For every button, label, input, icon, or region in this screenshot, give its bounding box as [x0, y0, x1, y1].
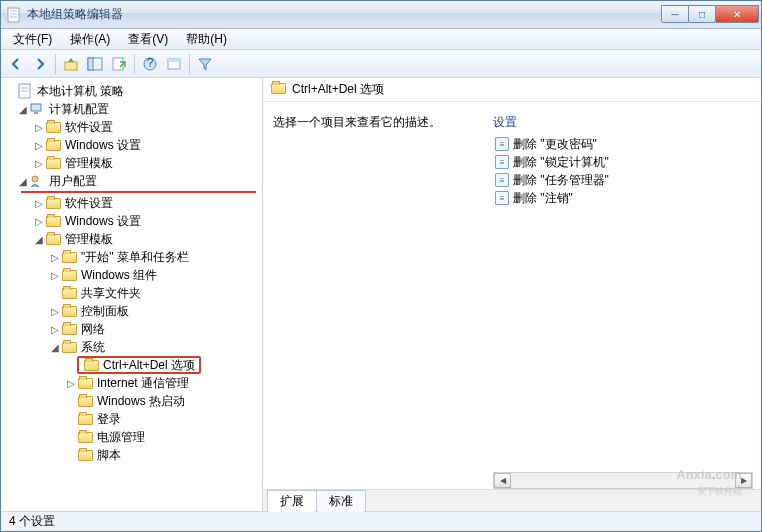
- expand-icon[interactable]: ▷: [65, 378, 77, 389]
- tree-item[interactable]: ▷Internet 通信管理: [1, 374, 262, 392]
- tree-label: 管理模板: [65, 155, 113, 172]
- policy-icon: [17, 84, 33, 98]
- svg-rect-4: [65, 62, 77, 70]
- folder-icon: [77, 412, 93, 426]
- toolbar: ?: [1, 50, 761, 78]
- annotation-highlight: Ctrl+Alt+Del 选项: [77, 356, 201, 374]
- folder-icon: [271, 83, 286, 97]
- close-button[interactable]: ✕: [715, 5, 759, 23]
- scroll-right-icon[interactable]: ▶: [735, 473, 752, 488]
- tree-user-config[interactable]: ◢ 用户配置: [1, 172, 262, 190]
- scroll-left-icon[interactable]: ◀: [494, 473, 511, 488]
- tree-label: 网络: [81, 321, 105, 338]
- setting-row[interactable]: ≡删除 "锁定计算机": [493, 153, 753, 171]
- tree-item[interactable]: ▷软件设置: [1, 194, 262, 212]
- setting-row[interactable]: ≡删除 "更改密码": [493, 135, 753, 153]
- tree-root[interactable]: 本地计算机 策略: [1, 82, 262, 100]
- maximize-button[interactable]: □: [688, 5, 716, 23]
- tree-item[interactable]: ▷"开始" 菜单和任务栏: [1, 248, 262, 266]
- tree-item[interactable]: ▷网络: [1, 320, 262, 338]
- expand-icon[interactable]: ▷: [33, 216, 45, 227]
- tree-system[interactable]: ◢系统: [1, 338, 262, 356]
- folder-icon: [61, 286, 77, 300]
- tree-item[interactable]: ▷Windows 设置: [1, 136, 262, 154]
- expand-icon[interactable]: ▷: [33, 122, 45, 133]
- svg-point-17: [32, 176, 38, 182]
- minimize-button[interactable]: ─: [661, 5, 689, 23]
- window-title: 本地组策略编辑器: [27, 6, 661, 23]
- menu-help[interactable]: 帮助(H): [178, 29, 235, 50]
- tree-item[interactable]: ▷管理模板: [1, 154, 262, 172]
- options-button[interactable]: [163, 53, 185, 75]
- folder-icon: [83, 358, 99, 372]
- horizontal-scrollbar[interactable]: ◀ ▶: [493, 472, 753, 489]
- expand-icon[interactable]: ▷: [49, 252, 61, 263]
- app-icon: [7, 7, 23, 23]
- tree-ctrl-alt-del[interactable]: Ctrl+Alt+Del 选项: [1, 356, 262, 374]
- setting-row[interactable]: ≡删除 "任务管理器": [493, 171, 753, 189]
- svg-rect-15: [31, 104, 41, 111]
- toolbar-separator: [134, 54, 135, 74]
- tree-item[interactable]: 共享文件夹: [1, 284, 262, 302]
- show-hide-tree-button[interactable]: [84, 53, 106, 75]
- back-button[interactable]: [5, 53, 27, 75]
- tree-item[interactable]: ▷Windows 组件: [1, 266, 262, 284]
- tree-pane[interactable]: 本地计算机 策略 ◢ 计算机配置 ▷软件设置 ▷Windows 设置 ▷管理模板…: [1, 78, 263, 511]
- collapse-icon[interactable]: ◢: [17, 104, 29, 115]
- expand-icon[interactable]: ▷: [49, 270, 61, 281]
- up-button[interactable]: [60, 53, 82, 75]
- collapse-icon[interactable]: ◢: [17, 176, 29, 187]
- tree-item[interactable]: ▷软件设置: [1, 118, 262, 136]
- tree-item[interactable]: ◢管理模板: [1, 230, 262, 248]
- tree-item[interactable]: ▷控制面板: [1, 302, 262, 320]
- tab-standard[interactable]: 标准: [316, 490, 366, 512]
- forward-button[interactable]: [29, 53, 51, 75]
- tree-item[interactable]: ▷Windows 设置: [1, 212, 262, 230]
- folder-icon: [45, 120, 61, 134]
- status-text: 4 个设置: [9, 513, 55, 530]
- expand-icon[interactable]: ▷: [49, 306, 61, 317]
- tree-item[interactable]: 电源管理: [1, 428, 262, 446]
- folder-icon: [77, 376, 93, 390]
- user-icon: [29, 174, 45, 188]
- tree-item[interactable]: 脚本: [1, 446, 262, 464]
- setting-icon: ≡: [495, 155, 509, 169]
- titlebar[interactable]: 本地组策略编辑器 ─ □ ✕: [1, 1, 761, 29]
- computer-icon: [29, 102, 45, 116]
- view-tabs: 扩展 标准: [263, 489, 761, 511]
- export-button[interactable]: [108, 53, 130, 75]
- tree-label: 用户配置: [49, 173, 97, 190]
- menu-action[interactable]: 操作(A): [62, 29, 118, 50]
- tree-label: 本地计算机 策略: [37, 83, 124, 100]
- filter-button[interactable]: [194, 53, 216, 75]
- setting-label: 删除 "注销": [513, 190, 573, 207]
- window-frame: 本地组策略编辑器 ─ □ ✕ 文件(F) 操作(A) 查看(V) 帮助(H) ?…: [0, 0, 762, 532]
- tree-label: 电源管理: [97, 429, 145, 446]
- details-header: Ctrl+Alt+Del 选项: [263, 78, 761, 102]
- tree-computer-config[interactable]: ◢ 计算机配置: [1, 100, 262, 118]
- tree-label: "开始" 菜单和任务栏: [81, 249, 189, 266]
- collapse-icon[interactable]: ◢: [49, 342, 61, 353]
- folder-icon: [45, 156, 61, 170]
- help-button[interactable]: ?: [139, 53, 161, 75]
- folder-icon: [77, 430, 93, 444]
- expand-icon[interactable]: ▷: [49, 324, 61, 335]
- menu-file[interactable]: 文件(F): [5, 29, 60, 50]
- menubar: 文件(F) 操作(A) 查看(V) 帮助(H): [1, 29, 761, 50]
- tree-label: 管理模板: [65, 231, 113, 248]
- folder-icon: [61, 340, 77, 354]
- setting-label: 删除 "锁定计算机": [513, 154, 609, 171]
- expand-icon[interactable]: ▷: [33, 158, 45, 169]
- description-text: 选择一个项目来查看它的描述。: [273, 115, 441, 129]
- details-pane: Ctrl+Alt+Del 选项 选择一个项目来查看它的描述。 设置 ≡删除 "更…: [263, 78, 761, 511]
- expand-icon[interactable]: ▷: [33, 140, 45, 151]
- menu-view[interactable]: 查看(V): [120, 29, 176, 50]
- expand-icon[interactable]: ▷: [33, 198, 45, 209]
- collapse-icon[interactable]: ◢: [33, 234, 45, 245]
- tree-item[interactable]: Windows 热启动: [1, 392, 262, 410]
- tab-extended[interactable]: 扩展: [267, 490, 317, 512]
- tree-item[interactable]: 登录: [1, 410, 262, 428]
- svg-text:?: ?: [147, 56, 154, 70]
- setting-row[interactable]: ≡删除 "注销": [493, 189, 753, 207]
- column-header[interactable]: 设置: [493, 114, 753, 135]
